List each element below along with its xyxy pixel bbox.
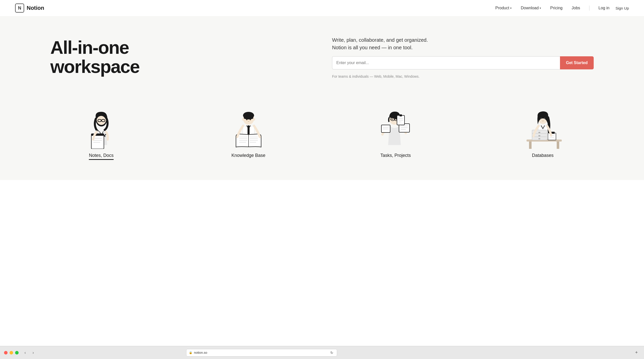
feature-knowledge-base[interactable]: Knowledge Base — [217, 104, 280, 160]
features-section: Notes, Docs — [0, 94, 644, 180]
svg-rect-21 — [248, 125, 250, 136]
minimize-traffic-light[interactable] — [10, 351, 13, 354]
hero-tagline: Write, plan, collaborate, and get organi… — [332, 36, 594, 51]
tasks-projects-label: Tasks, Projects — [380, 153, 411, 158]
feature-tasks-projects[interactable]: Tasks, Projects — [364, 104, 427, 160]
refresh-button[interactable]: ↻ — [329, 351, 334, 355]
svg-point-65 — [540, 118, 542, 119]
notes-docs-label: Notes, Docs — [89, 153, 113, 158]
signup-button[interactable]: Sign Up — [616, 6, 629, 10]
lock-icon: 🔒 — [189, 351, 192, 354]
svg-rect-47 — [399, 114, 402, 116]
features-grid: Notes, Docs — [30, 104, 614, 160]
new-tab-button[interactable]: + — [633, 349, 640, 356]
svg-point-14 — [244, 116, 253, 119]
knowledge-base-illustration — [223, 104, 274, 149]
knowledge-base-label: Knowledge Base — [231, 153, 265, 158]
get-started-button[interactable]: Get Started — [560, 56, 594, 69]
brand-name: Notion — [27, 5, 44, 11]
notes-docs-label-wrap: Notes, Docs — [89, 153, 113, 160]
databases-label: Databases — [532, 153, 553, 158]
svg-rect-60 — [538, 138, 540, 139]
knowledge-base-label-wrap: Knowledge Base — [231, 153, 265, 158]
databases-illustration — [518, 104, 568, 149]
svg-rect-58 — [538, 132, 540, 133]
hero-section: All-in-one workspace Write, plan, collab… — [0, 16, 644, 94]
close-traffic-light[interactable] — [4, 351, 8, 354]
login-link[interactable]: Log in — [598, 6, 610, 10]
svg-rect-54 — [557, 142, 559, 149]
notes-docs-svg — [77, 105, 125, 149]
nav-product[interactable]: Product ▾ — [495, 6, 512, 10]
navbar: N Notion Product ▾ Download ▾ Pricing Jo… — [0, 0, 644, 16]
email-row: Get Started — [332, 56, 594, 69]
tasks-projects-svg — [372, 105, 420, 149]
browser-nav-buttons: ‹ › — [22, 349, 37, 356]
hero-title: All-in-one workspace — [50, 38, 312, 76]
traffic-lights — [4, 351, 19, 354]
address-bar[interactable]: 🔒 notion.so ↻ — [186, 349, 337, 356]
download-chevron-icon: ▾ — [540, 7, 541, 10]
forward-button[interactable]: › — [30, 349, 37, 356]
notes-docs-underline — [89, 159, 113, 160]
svg-point-19 — [246, 119, 247, 120]
hero-sub-text: For teams & individuals — Web, Mobile, M… — [332, 74, 594, 78]
svg-point-37 — [392, 119, 393, 120]
feature-databases[interactable]: Databases — [511, 104, 574, 160]
nav-jobs[interactable]: Jobs — [572, 6, 580, 10]
svg-point-15 — [242, 118, 244, 121]
nav-download[interactable]: Download ▾ — [521, 6, 541, 10]
svg-point-38 — [396, 119, 397, 120]
url-text: notion.so — [194, 351, 207, 354]
knowledge-base-svg — [225, 105, 272, 149]
svg-point-16 — [253, 118, 255, 121]
tasks-projects-label-wrap: Tasks, Projects — [380, 153, 411, 158]
browser-chrome: ‹ › 🔒 notion.so ↻ + — [0, 346, 644, 359]
tasks-projects-illustration — [371, 104, 421, 149]
svg-rect-53 — [529, 142, 532, 149]
nav-divider — [589, 6, 589, 11]
nav-links: Product ▾ Download ▾ Pricing Jobs Log in… — [495, 6, 629, 11]
databases-svg — [519, 105, 567, 149]
email-input[interactable] — [332, 56, 560, 69]
nav-logo[interactable]: N Notion — [15, 4, 44, 13]
feature-notes-docs[interactable]: Notes, Docs — [70, 104, 133, 160]
notes-docs-illustration — [76, 104, 127, 149]
hero-right: Write, plan, collaborate, and get organi… — [332, 36, 594, 78]
product-chevron-icon: ▾ — [510, 7, 512, 10]
maximize-traffic-light[interactable] — [15, 351, 19, 354]
page: N Notion Product ▾ Download ▾ Pricing Jo… — [0, 0, 644, 346]
nav-auth: Log in Sign Up — [598, 6, 629, 10]
databases-label-wrap: Databases — [532, 153, 553, 158]
nav-pricing[interactable]: Pricing — [550, 6, 562, 10]
svg-rect-43 — [381, 125, 390, 132]
svg-point-66 — [544, 118, 545, 119]
svg-point-20 — [250, 119, 251, 120]
notion-logo-icon: N — [15, 4, 24, 13]
svg-rect-59 — [538, 135, 540, 136]
back-button[interactable]: ‹ — [22, 349, 29, 356]
